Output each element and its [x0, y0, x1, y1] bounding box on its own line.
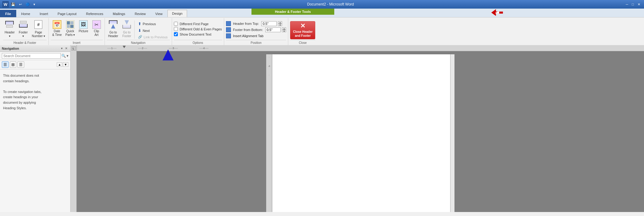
quick-access-dropdown[interactable]: ▾ [32, 2, 36, 7]
ribbon-group-header-footer: Header▾ Footer▾ # PageNumber ▾ [1, 18, 49, 45]
show-doc-text-option[interactable]: Show Document Text [174, 32, 222, 36]
header-top-up[interactable]: ▲ [278, 21, 282, 24]
scroll-bar-v[interactable] [450, 54, 454, 212]
search-input[interactable] [2, 53, 61, 59]
show-doc-text-label: Show Document Text [180, 33, 212, 36]
ribbon: Header▾ Footer▾ # PageNumber ▾ [0, 17, 644, 45]
tab-design[interactable]: Design [167, 10, 187, 17]
quick-parts-icon [66, 20, 75, 29]
title-bar-left: W 💾 ↩ 🔵 ▾ [2, 1, 36, 7]
tab-review[interactable]: Review [130, 10, 150, 17]
search-dropdown-button[interactable]: ▾ [67, 54, 68, 58]
navigation-panel: Navigation ▾ ✕ 🔍 ▾ ☰ ⊞ ☰ ▲ ▼ This docume… [0, 45, 71, 212]
goto-header-button[interactable]: Go toHeader [107, 19, 120, 39]
hf-group-label: Header & Footer [3, 40, 47, 45]
ruler-tick-6: -6 [268, 65, 270, 68]
footer-button[interactable]: Footer▾ [17, 19, 30, 39]
nav-panel-controls: ▾ ✕ [60, 46, 68, 50]
date-time-label: Date& Time [52, 29, 62, 37]
nav-group-label: Navigation [107, 40, 170, 45]
nav-content-line7: Heading Styles. [3, 106, 67, 111]
tab-home[interactable]: Home [17, 10, 35, 17]
different-first-page-checkbox[interactable] [174, 22, 178, 26]
page-number-button[interactable]: # PageNumber ▾ [30, 19, 47, 39]
previous-icon: ⬆ [138, 21, 141, 26]
header-top-spinner: ▲ ▼ [278, 21, 282, 26]
link-to-previous-label: Link to Previous [144, 35, 167, 39]
header-button[interactable]: Header▾ [3, 19, 16, 39]
different-odd-even-checkbox[interactable] [174, 27, 178, 31]
header-from-top-input[interactable] [261, 21, 277, 26]
nav-content-line5: create headings in your [3, 94, 67, 100]
close-x-icon: ✕ [300, 23, 305, 29]
window-maximize[interactable]: □ [631, 2, 635, 7]
nav-arrow-up[interactable]: ▲ [57, 62, 62, 67]
tab-references[interactable]: References [82, 10, 108, 17]
ruler-area: ·····1····· ·····2····· ·····3····· ····… [77, 45, 644, 212]
clip-art-icon: ✂ [92, 20, 101, 29]
link-to-previous-button[interactable]: 🔗 Link to Previous [136, 34, 170, 40]
nav-panel-title: Navigation [2, 47, 19, 50]
window-close[interactable]: ✕ [636, 2, 642, 7]
nav-view-headings[interactable]: ☰ [2, 61, 9, 68]
nav-content-line2: contain headings. [3, 79, 67, 84]
picture-button[interactable]: 🖼 Picture [77, 19, 90, 34]
quick-access-save[interactable]: 💾 [10, 2, 17, 7]
ruler-tick-7: · [269, 56, 269, 59]
previous-button[interactable]: ⬆ Previous [136, 21, 170, 27]
ribbon-group-close: ✕ Close Headerand Footer Close [288, 18, 317, 45]
nav-arrows: ▲ ▼ [57, 62, 68, 67]
document-area: · -6 · [77, 51, 644, 212]
tab-insert[interactable]: Insert [35, 10, 53, 17]
quick-access-redo[interactable]: 🔵 [24, 2, 31, 7]
goto-footer-label: Go toFooter [122, 31, 131, 38]
different-odd-even-label: Different Odd & Even Pages [180, 27, 222, 31]
nav-arrow-down[interactable]: ▼ [63, 62, 68, 67]
close-header-footer-button[interactable]: ✕ Close Headerand Footer [290, 21, 315, 39]
svg-text:·····1·····: ·····1····· [107, 47, 117, 50]
close-group-label: Close [290, 40, 315, 45]
svg-text:·····2·····: ·····2····· [138, 47, 147, 50]
quick-access-undo[interactable]: ↩ [18, 2, 23, 7]
different-odd-even-option[interactable]: Different Odd & Even Pages [174, 27, 222, 31]
header-top-down[interactable]: ▼ [278, 24, 282, 26]
page-number-icon: # [33, 20, 43, 30]
footer-bottom-down[interactable]: ▼ [282, 30, 286, 32]
close-header-footer-label: Close Headerand Footer [293, 30, 312, 38]
svg-rect-0 [77, 45, 644, 51]
nav-panel-dropdown[interactable]: ▾ [60, 46, 63, 50]
tab-mailings[interactable]: Mailings [108, 10, 130, 17]
tab-view[interactable]: View [151, 10, 167, 17]
different-first-page-label: Different First Page [180, 22, 209, 26]
insert-alignment-tab-label[interactable]: Insert Alignment Tab [233, 34, 263, 38]
nav-view-pages[interactable]: ⊞ [10, 61, 16, 68]
tab-file[interactable]: File [0, 10, 16, 17]
clip-art-button[interactable]: ✂ ClipArt [90, 19, 103, 38]
next-button[interactable]: ⬇ Next [136, 27, 170, 34]
goto-header-icon [108, 20, 118, 30]
close-group-content: ✕ Close Headerand Footer [290, 19, 315, 40]
date-time-button[interactable]: 📅 Date& Time [51, 19, 63, 38]
footer-icon [18, 20, 28, 30]
options-checkboxes: Different First Page Different Odd & Eve… [174, 19, 222, 36]
header-button-label: Header▾ [5, 31, 15, 38]
tab-pagelayout[interactable]: Page Layout [53, 10, 81, 17]
goto-footer-button[interactable]: Go toFooter [120, 19, 133, 39]
search-button[interactable]: 🔍 [61, 54, 66, 58]
window-minimize[interactable]: ─ [625, 2, 630, 7]
nav-panel-header: Navigation ▾ ✕ [0, 45, 70, 52]
ruler-toggle-button[interactable]: L [71, 46, 76, 51]
nav-panel-close[interactable]: ✕ [64, 46, 68, 50]
ribbon-group-insert: 📅 Date& Time QuickParts ▾ 🖼 Picture [49, 18, 105, 45]
footer-from-bottom-label: Footer from Bottom: [233, 28, 263, 32]
footer-from-bottom-input[interactable] [265, 27, 281, 32]
nav-content-line1: This document does not [3, 73, 67, 79]
quick-parts-button[interactable]: QuickParts ▾ [64, 19, 76, 38]
position-controls: Header from Top: ▲ ▼ Footer from Bottom: [226, 19, 286, 38]
nav-view-results[interactable]: ☰ [17, 61, 24, 68]
show-doc-text-checkbox[interactable] [174, 32, 178, 36]
quick-parts-label: QuickParts ▾ [65, 29, 75, 37]
insert-group-label: Insert [51, 40, 102, 45]
different-first-page-option[interactable]: Different First Page [174, 22, 222, 26]
footer-bottom-up[interactable]: ▲ [282, 27, 286, 30]
